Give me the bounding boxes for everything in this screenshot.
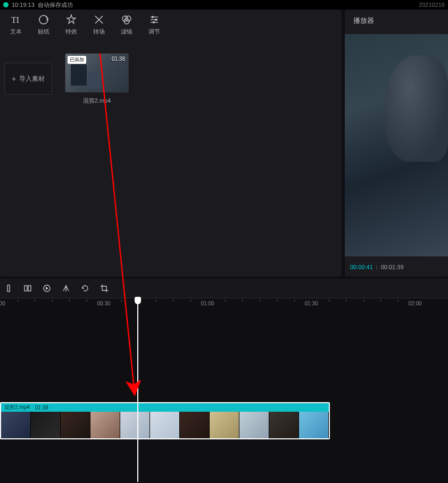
clip-thumbnails — [1, 412, 329, 439]
status-bar: 10:19:13 自动保存成功 20210218 — [0, 0, 448, 10]
media-thumbnail: 已添加 01:38 — [65, 53, 129, 93]
ruler-label: 01:00 — [201, 301, 214, 306]
media-panel: TI 文本 贴纸 特效 转场 — [0, 10, 342, 277]
timeline-track-area[interactable]: 混剪2.mp4 01:38 — [0, 310, 448, 483]
status-indicator-dot — [3, 2, 9, 7]
crop-tool[interactable] — [99, 283, 110, 294]
svg-point-1 — [39, 15, 48, 24]
tab-transition[interactable]: 转场 — [85, 14, 113, 36]
timeline-toolbar — [0, 279, 448, 298]
tab-filter[interactable]: 滤镜 — [113, 14, 140, 36]
ruler-label: 02:00 — [408, 301, 421, 306]
svg-rect-12 — [24, 286, 27, 291]
timeline-playhead[interactable] — [137, 298, 138, 482]
rotate-tool[interactable] — [80, 283, 90, 294]
svg-point-10 — [153, 21, 155, 23]
ruler-label: 00:30 — [97, 301, 110, 306]
speed-tool[interactable] — [42, 283, 52, 294]
svg-rect-11 — [7, 285, 10, 292]
video-preview[interactable] — [345, 34, 448, 256]
adjust-icon — [148, 14, 160, 26]
sticker-icon — [38, 14, 49, 26]
media-added-badge: 已添加 — [68, 56, 86, 64]
preview-total-time: 00:01:39 — [381, 264, 404, 270]
ruler-label: 01:30 — [304, 301, 318, 306]
timeline-ruler[interactable]: 0:0000:3001:0001:3002:00 — [0, 298, 448, 310]
tab-adjust[interactable]: 调节 — [140, 14, 168, 36]
clip-header: 混剪2.mp4 01:38 — [1, 403, 329, 412]
mirror-tool[interactable] — [61, 283, 71, 294]
svg-rect-13 — [28, 286, 31, 291]
status-save-message: 自动保存成功 — [38, 1, 73, 9]
text-icon: TI — [10, 14, 22, 26]
clip-name: 混剪2.mp4 — [4, 404, 30, 411]
clip-duration: 01:38 — [35, 405, 48, 411]
media-duration: 01:38 — [112, 56, 125, 62]
svg-point-6 — [152, 16, 154, 18]
tab-sticker[interactable]: 贴纸 — [30, 14, 57, 36]
playhead-handle[interactable] — [135, 297, 141, 304]
media-filename: 混剪2.mp4 — [65, 97, 129, 105]
import-label: 导入素材 — [19, 74, 45, 84]
import-media-button[interactable]: + 导入素材 — [4, 63, 52, 95]
delete-left-tool[interactable] — [22, 283, 33, 294]
tab-text[interactable]: TI 文本 — [2, 14, 30, 36]
status-time: 10:19:13 — [12, 2, 35, 8]
split-tool[interactable] — [3, 283, 14, 294]
plus-icon: + — [12, 74, 16, 83]
svg-text:TI: TI — [11, 15, 19, 24]
status-date: 20210218 — [419, 2, 445, 8]
filter-icon — [121, 14, 132, 26]
ruler-label: 0:00 — [0, 301, 5, 306]
tab-effects[interactable]: 特效 — [57, 14, 85, 36]
svg-point-8 — [155, 19, 157, 21]
preview-time-info: 00:00:41 | 00:01:39 — [345, 256, 448, 277]
effects-icon — [65, 14, 77, 26]
tool-tab-bar: TI 文本 贴纸 特效 转场 — [0, 10, 342, 41]
transition-icon — [93, 14, 105, 26]
preview-panel: 播放器 00:00:41 | 00:01:39 — [345, 10, 448, 277]
time-divider: | — [376, 264, 378, 270]
preview-title: 播放器 — [345, 10, 448, 32]
timeline-clip[interactable]: 混剪2.mp4 01:38 — [0, 402, 330, 439]
media-item[interactable]: 已添加 01:38 混剪2.mp4 — [65, 53, 129, 105]
preview-current-time: 00:00:41 — [350, 264, 373, 270]
